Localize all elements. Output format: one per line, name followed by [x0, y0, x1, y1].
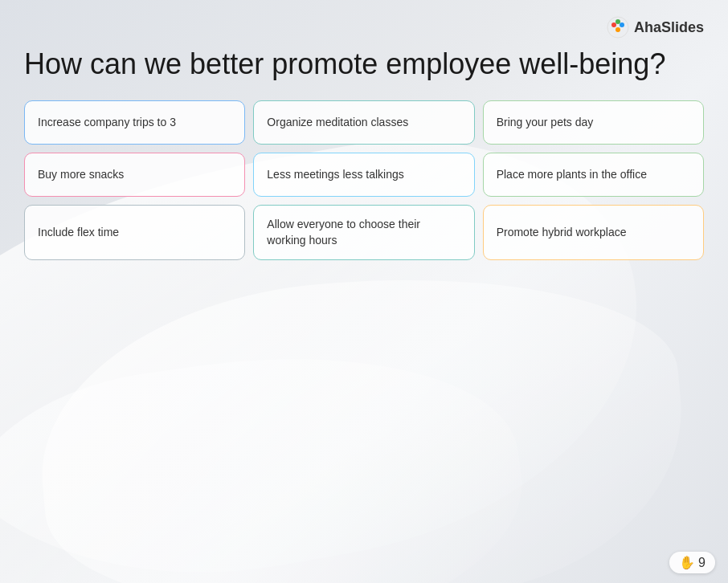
cards-grid: Increase company trips to 3Organize medi… [24, 100, 704, 260]
card-7[interactable]: Include flex time [24, 205, 245, 260]
participants-icon: ✋ [679, 555, 695, 570]
card-3[interactable]: Bring your pets day [483, 100, 704, 145]
main-content: AhaSlides How can we better promote empl… [0, 0, 728, 583]
card-8[interactable]: Allow everyone to choose their working h… [253, 205, 474, 260]
header-bar: AhaSlides [24, 16, 704, 39]
card-1[interactable]: Increase company trips to 3 [24, 100, 245, 145]
svg-point-2 [616, 19, 620, 24]
logo: AhaSlides [607, 16, 704, 39]
participants-badge: ✋ 9 [669, 552, 715, 573]
logo-icon [607, 16, 629, 39]
svg-point-4 [616, 27, 620, 32]
svg-point-1 [611, 22, 616, 27]
question-title: How can we better promote employee well-… [24, 47, 704, 81]
card-4[interactable]: Buy more snacks [24, 153, 245, 197]
card-9[interactable]: Promote hybrid workplace [483, 205, 704, 260]
card-6[interactable]: Place more plants in the office [483, 153, 704, 197]
card-2[interactable]: Organize meditation classes [253, 100, 474, 145]
svg-point-3 [620, 22, 624, 27]
card-5[interactable]: Less meetings less talkings [253, 153, 474, 197]
participants-count: 9 [698, 556, 706, 570]
logo-text: AhaSlides [634, 19, 704, 36]
